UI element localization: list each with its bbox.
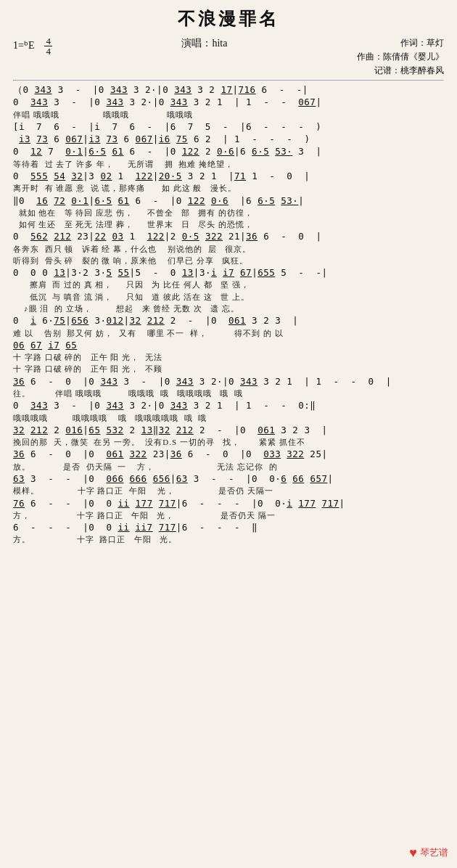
lyrics-line: 挽回的那 天，微笑 在另 一旁。 没有D.S 一切的寻 找， 紧紧 抓住不: [13, 437, 444, 447]
score-line: ‖0 16 72 0·1|6·5 61 6 - |0 122 0·6 |6 6·…: [13, 195, 444, 207]
score-area: （0 343 3 - |0 343 3 2·|0 343 3 2 17|716 …: [13, 84, 444, 544]
score-line: 0 343 3 - |0 343 3 2·|0 343 3 2 1 | 1 - …: [13, 97, 444, 108]
lyrics-line: 往。 伴唱 哦哦哦 哦哦哦 哦 哦哦哦哦 哦 哦: [13, 388, 444, 398]
score-line: （0 343 3 - |0 343 3 2·|0 343 3 2 17|716 …: [13, 84, 444, 96]
score-line: 0 0 0 13|3·2 3·5 55|5 - 0 13|3·i i7 67|6…: [13, 267, 444, 279]
lyricist: 作词：草灯: [357, 36, 444, 50]
lyrics-line: 方。 十字 路口正 午阳 光。: [13, 534, 444, 544]
transcriber: 记谱：桃李醉春风: [357, 64, 444, 78]
lyrics-line: 方， 十字 路口正 午阳 光， 是否仍天 隔一: [13, 510, 444, 520]
lyrics-line: 伴唱 哦哦哦 哦哦哦 哦哦哦: [13, 110, 444, 120]
title: 不浪漫罪名: [13, 7, 444, 32]
score-line: 0 555 54 32|3 02 1 122|20·5 3 2 1 |71 1 …: [13, 171, 444, 182]
lyrics-line: 如何 生还 至 死无 法理 葬， 世界末 日 尽头 的恐慌，: [13, 219, 444, 229]
lyrics-line: 就如 他在 等 待回 应悲 伤， 不曾全 部 拥有 的彷徨，: [13, 208, 444, 218]
lyrics-line: 听得到 骨头 碎 裂的 微 响，原来他 们早已 分享 疯狂。: [13, 255, 444, 266]
time-signature: 4 4: [44, 36, 52, 56]
score-line: i3 73 6 067|i3 73 6 067|i6 75 6 2 | 1 - …: [13, 134, 444, 145]
lyrics-line: 等待着 过 去了 许多 年， 无所谓 拥 抱难 掩绝望，: [13, 159, 444, 169]
lyrics-line: 各奔东 西只 顿 诉着 经 幕，什么也 别说他的 层 很京。: [13, 244, 444, 254]
lyrics-line: 十 字路 口破 碎的 正午 阳 光， 不顾: [13, 364, 444, 374]
score-line: 36 6 - 0 |0 343 3 - |0 343 3 2·|0 343 3 …: [13, 376, 444, 388]
performer-label: 演唱：: [181, 38, 212, 49]
score-line: 63 3 - - |0 066 666 656|63 3 - - |0 0·6 …: [13, 473, 444, 485]
score-line: 6 - - - |0 0 ii ii7 717|6 - - - ‖: [13, 522, 444, 533]
score-line: 06 67 i7 65: [13, 340, 444, 351]
watermark-heart-icon: ♥: [409, 844, 417, 862]
key-signature: 1=ᵇE: [13, 39, 34, 50]
score-line: 0 i 6·75|656 3·012|32 212 2 - |0 061 3 2…: [13, 315, 444, 327]
lyrics-line: 十 字路 口破 碎的 正午 阳 光， 无法: [13, 352, 444, 362]
watermark: ♥ 琴艺谱: [409, 844, 448, 862]
performer-name: hita: [212, 38, 227, 49]
header-divider: [13, 80, 444, 81]
watermark-label: 琴艺谱: [420, 846, 448, 859]
lyrics-line: ♪眼 泪 的 立场， 想起 来 曾经 无数 次 遗 忘。: [13, 303, 444, 314]
composer: 作曲：陈倩倩《婴儿》: [357, 50, 444, 64]
score-line: 0 343 3 - |0 343 3 2·|0 343 3 2 1 | 1 - …: [13, 400, 444, 412]
performer: 演唱：hita: [181, 36, 227, 51]
score-line: 36 6 - 0 |0 061 322 23|36 6 - 0 |0 033 3…: [13, 449, 444, 460]
score-line: [i 7 6 - |i 7 6 - |6 7 5 - |6 - - - ): [13, 121, 444, 133]
score-line: 0 562 212 23|22 03 1 122|2 0·5 322 21|36…: [13, 231, 444, 242]
key-time: 1=ᵇE 4 4: [13, 36, 52, 56]
lyrics-line: 擦肩 而 过的 真 相， 只因 为 比任 何人 都 坚 强，: [13, 279, 444, 290]
lyrics-line: 放。 是否 仍天隔 一 方， 无法 忘记你 的: [13, 462, 444, 472]
score-line: 76 6 - - |0 0 ii 177 717|6 - - - |0 0·i …: [13, 498, 444, 509]
lyrics-line: 离开时 有 谁愿 意 说 谎，那疼痛 如 此这 般 漫长。: [13, 183, 444, 193]
lyrics-line: 难 以 告别 那又何 妨， 又有 哪里 不一 样， 得不到 的 以: [13, 328, 444, 338]
credits: 作词：草灯 作曲：陈倩倩《婴儿》 记谱：桃李醉春风: [357, 36, 444, 78]
lyrics-line: 低沉 与 嗔音 流 淌， 只知 道 彼此 活在 这 世 上。: [13, 292, 444, 302]
score-line: 0 12 7 0·1|6·5 61 6 - |0 122 2 0·6|6 6·5…: [13, 146, 444, 157]
lyrics-line: 哦哦哦哦 哦哦哦哦 哦 哦哦哦哦哦 哦 哦: [13, 413, 444, 423]
lyrics-line: 模样。 十字 路口正 午阳 光， 是否仍 天隔一: [13, 486, 444, 496]
score-line: 32 212 2 016|65 532 2 13‖32 212 2 - |0 0…: [13, 425, 444, 436]
